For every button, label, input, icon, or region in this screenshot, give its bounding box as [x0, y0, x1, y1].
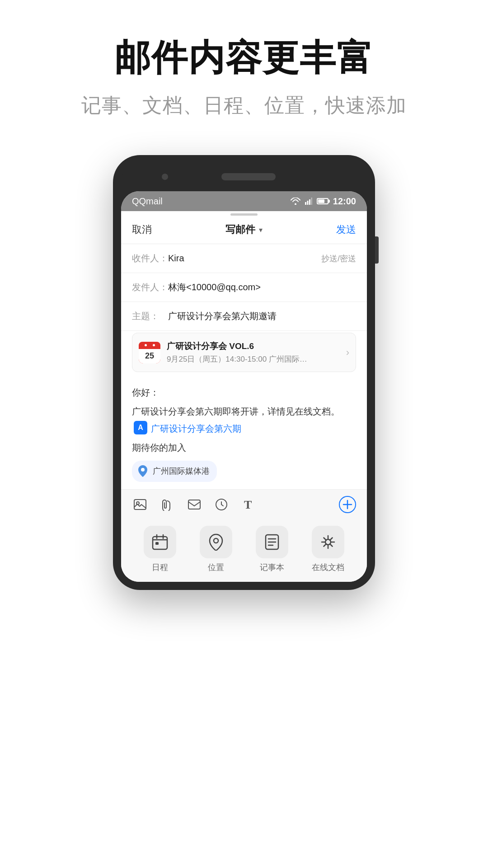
- svg-rect-0: [305, 202, 306, 205]
- calendar-detail: 9月25日（周五）14:30-15:00 广州国际…: [167, 354, 346, 364]
- subject-label: 主题：: [132, 310, 168, 322]
- to-value[interactable]: Kira: [168, 253, 321, 264]
- dropdown-arrow-icon[interactable]: ▾: [259, 226, 263, 234]
- compose-title-area: 写邮件 ▾: [225, 223, 263, 236]
- battery-icon: [317, 198, 328, 204]
- phone-outer: QQmail: [113, 155, 375, 590]
- svg-rect-7: [188, 500, 200, 509]
- from-label: 发件人：: [132, 281, 168, 293]
- phone-mockup: QQmail: [0, 155, 488, 590]
- compose-nav: 取消 写邮件 ▾ 发送: [121, 215, 367, 244]
- calendar-date: 25: [145, 351, 154, 361]
- svg-rect-15: [155, 542, 159, 545]
- to-label: 收件人：: [132, 252, 168, 264]
- location-chip[interactable]: 广州国际媒体港: [132, 461, 217, 482]
- status-bar-right: 12:00: [291, 196, 356, 207]
- doc-link-icon: A: [134, 421, 147, 434]
- toolbar-icons: T: [132, 496, 257, 513]
- shortcut-note[interactable]: 记事本: [256, 526, 288, 573]
- svg-rect-12: [153, 537, 167, 549]
- attachment-icon[interactable]: [159, 496, 175, 513]
- shortcut-doc-icon: [312, 526, 344, 558]
- status-time: 12:00: [333, 196, 356, 207]
- page-title: 邮件内容更丰富: [0, 36, 488, 80]
- svg-line-28: [330, 538, 333, 540]
- svg-text:T: T: [244, 499, 252, 510]
- shortcut-doc-label: 在线文档: [312, 562, 344, 573]
- pull-indicator: [121, 211, 367, 215]
- page-header: 邮件内容更丰富 记事、文档、日程、位置，快速添加: [0, 0, 488, 137]
- subject-field: 主题： 广研设计分享会第六期邀请: [121, 302, 367, 331]
- shortcut-calendar-label: 日程: [152, 562, 168, 573]
- svg-rect-5: [134, 500, 146, 509]
- location-pin-icon: [136, 465, 149, 477]
- status-bar: QQmail: [121, 191, 367, 211]
- calendar-attachment[interactable]: 25 广研设计分享会 VOL.6 9月25日（周五）14:30-15:00 广州…: [132, 333, 356, 372]
- svg-line-27: [330, 544, 333, 547]
- shortcut-doc[interactable]: 在线文档: [312, 526, 344, 573]
- email-body[interactable]: 你好： 广研设计分享会第六期即将开讲，详情见在线文档。 A 广研设计分享会第六期…: [121, 377, 367, 489]
- shortcut-location-icon: [200, 526, 232, 558]
- shortcut-note-icon: [256, 526, 288, 558]
- add-icon[interactable]: [339, 496, 356, 513]
- calendar-icon: 25: [139, 342, 160, 363]
- svg-point-16: [214, 538, 218, 543]
- svg-line-29: [324, 544, 327, 547]
- shortcut-calendar-icon: [144, 526, 176, 558]
- send-button[interactable]: 发送: [336, 223, 356, 236]
- shortcut-bar: 日程 位置: [121, 519, 367, 582]
- body-text: 广研设计分享会第六期即将开讲，详情见在线文档。 A 广研设计分享会第六期: [132, 404, 356, 436]
- location-chip-label: 广州国际媒体港: [153, 464, 210, 478]
- from-value[interactable]: 林海<10000@qq.com>: [168, 281, 356, 293]
- clock-icon[interactable]: [213, 496, 230, 513]
- shortcut-note-label: 记事本: [260, 562, 284, 573]
- shortcut-calendar[interactable]: 日程: [144, 526, 176, 573]
- image-icon[interactable]: [132, 496, 148, 513]
- wifi-icon: [291, 198, 300, 205]
- body-greeting: 你好：: [132, 385, 356, 400]
- signal-icon: [305, 198, 312, 205]
- cancel-button[interactable]: 取消: [132, 223, 152, 236]
- phone-screen: QQmail: [121, 191, 367, 582]
- subject-value[interactable]: 广研设计分享会第六期邀请: [168, 310, 356, 322]
- bottom-toolbar: T: [121, 489, 367, 519]
- body-expect: 期待你的加入: [132, 440, 356, 455]
- doc-link-text[interactable]: 广研设计分享会第六期: [151, 421, 241, 436]
- phone-speaker: [221, 173, 276, 180]
- phone-camera: [162, 174, 168, 180]
- email-icon[interactable]: [186, 496, 202, 513]
- svg-point-4: [141, 468, 145, 472]
- body-text1: 广研设计分享会第六期即将开讲，详情见在线文档。: [132, 404, 340, 419]
- svg-line-26: [324, 538, 327, 540]
- from-field: 发件人： 林海<10000@qq.com>: [121, 273, 367, 302]
- svg-rect-2: [309, 199, 310, 205]
- email-compose: 取消 写邮件 ▾ 发送 收件人： Kira 抄送/密送 发件人： 林海<10: [121, 215, 367, 582]
- shortcut-location-label: 位置: [208, 562, 224, 573]
- status-app-name: QQmail: [132, 196, 163, 207]
- calendar-arrow-icon: ›: [346, 347, 349, 359]
- calendar-info: 广研设计分享会 VOL.6 9月25日（周五）14:30-15:00 广州国际…: [167, 340, 346, 364]
- page-subtitle: 记事、文档、日程、位置，快速添加: [0, 92, 488, 119]
- text-format-icon[interactable]: T: [240, 496, 257, 513]
- doc-icon-letter: A: [138, 421, 143, 434]
- phone-top-bar: [121, 163, 367, 190]
- to-field: 收件人： Kira 抄送/密送: [121, 244, 367, 273]
- shortcut-location[interactable]: 位置: [200, 526, 232, 573]
- svg-rect-1: [307, 201, 308, 205]
- cc-label[interactable]: 抄送/密送: [321, 253, 356, 264]
- svg-rect-3: [311, 198, 312, 205]
- compose-title: 写邮件: [225, 223, 255, 236]
- phone-side-button: [375, 236, 379, 264]
- calendar-title: 广研设计分享会 VOL.6: [167, 340, 346, 352]
